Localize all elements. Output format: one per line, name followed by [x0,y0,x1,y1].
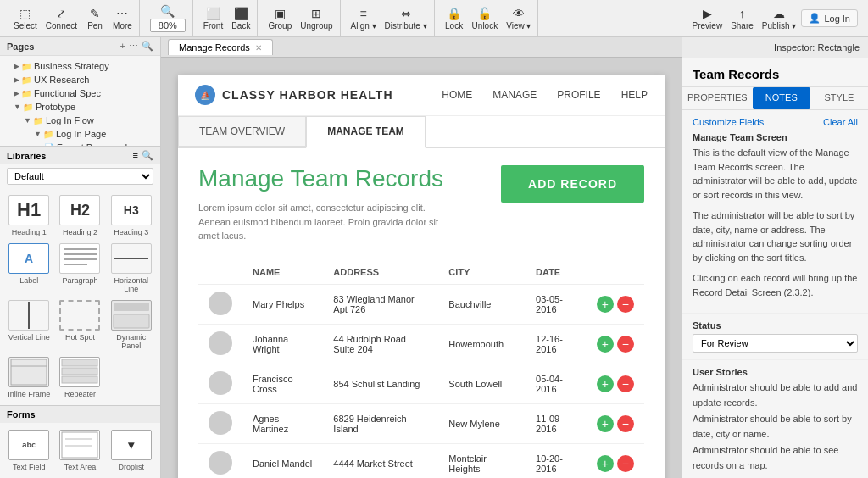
tree-item-business-strategy[interactable]: ▶ 📁 Business Strategy [0,59,160,73]
libraries-select[interactable]: Default [7,168,153,185]
th-actions [587,260,644,285]
lock-button[interactable]: 🔒 Lock [442,5,467,32]
connect-button[interactable]: ⤢ Connect [42,5,81,32]
nav-home[interactable]: HOME [442,86,472,104]
user-stories-section: User Stories Administrator should be abl… [682,360,868,478]
table-header: NAME ADDRESS CITY DATE [198,260,644,285]
tab-style[interactable]: STYLE [810,87,868,109]
panel-links: Customize Fields Clear All [693,117,858,127]
nav-help[interactable]: HELP [621,86,648,104]
page-options-icon[interactable]: ⋯ [129,41,138,52]
publish-button[interactable]: ☁ Publish ▾ [759,5,800,32]
svg-rect-10 [62,359,97,366]
remove-row-button[interactable]: − [617,296,634,313]
form-item-textarea[interactable]: Text Area [58,430,102,471]
group-button[interactable]: ▣ Group [264,5,295,32]
ungroup-button[interactable]: ⊞ Ungroup [297,5,336,32]
tree-item-functional-spec[interactable]: ▶ 📁 Functional Spec [0,86,160,100]
table-header-row: NAME ADDRESS CITY DATE [198,260,644,285]
lib-item-iframe[interactable]: Inline Frame [7,357,51,398]
lib-item-paragraph[interactable]: Paragraph [58,243,102,293]
remove-row-button[interactable]: − [617,336,634,353]
row-avatar-cell [198,324,242,364]
add-row-button[interactable]: + [597,375,614,392]
add-row-button[interactable]: + [597,296,614,313]
libraries-search-icon[interactable]: 🔍 [142,150,153,161]
tab-close-icon[interactable]: ✕ [255,43,262,53]
tab-team-overview[interactable]: TEAM OVERVIEW [178,116,306,147]
lib-item-repeater[interactable]: Repeater [58,357,102,398]
zoom-button[interactable]: 🔍 80% [147,3,189,34]
row-city: Bauchville [438,284,526,324]
add-row-button[interactable]: + [597,415,614,432]
hotspot-label: Hot Spot [65,333,95,342]
add-page-icon[interactable]: + [120,41,125,52]
remove-row-button[interactable]: − [617,375,634,392]
lib-item-hline[interactable]: Horizontal Line [109,243,153,293]
tab-notes[interactable]: NOTES [753,87,810,109]
row-actions: + − [597,336,634,353]
tab-manage-team[interactable]: MANAGE TEAM [306,116,426,148]
table-row[interactable]: Johanna Wright 44 Rudolph Road Suite 204… [198,324,644,364]
lib-item-label[interactable]: A Label [7,243,51,293]
lib-item-h2[interactable]: H2 Heading 2 [58,195,102,236]
table-row[interactable]: Agnes Martinez 6829 Heidenreich Island N… [198,403,644,443]
chevron-down-icon: ▼ [14,103,21,111]
add-row-button[interactable]: + [597,455,614,472]
lib-item-h3[interactable]: H3 Heading 3 [109,195,153,236]
add-record-button[interactable]: ADD RECORD [501,165,644,203]
align-button[interactable]: ≡ Align ▾ [348,5,380,32]
pages-icons: + ⋯ 🔍 [120,41,153,52]
nav-manage[interactable]: MANAGE [492,86,537,104]
front-button[interactable]: ⬜ Front [200,5,226,32]
search-pages-icon[interactable]: 🔍 [142,41,153,52]
form-item-textfield[interactable]: abc Text Field [7,430,51,471]
remove-row-button[interactable]: − [617,455,634,472]
more-button[interactable]: ⋯ More [109,5,136,32]
canvas-wrapper: ⛵ CLASSY HARBOR HEALTH HOME MANAGE PROFI… [161,58,682,478]
lock-icon: 🔒 [447,7,461,20]
tree-item-login-page[interactable]: ▼ 📁 Log In Page [0,127,160,141]
th-city[interactable]: CITY [438,260,526,285]
tree-item-ux-research[interactable]: ▶ 📁 UX Research [0,73,160,86]
row-actions-cell: + − [587,284,644,324]
table-row[interactable]: Daniel Mandel 4444 Market Street Montcla… [198,443,644,478]
form-item-droplist[interactable]: ▾ Droplist [109,430,153,471]
add-row-button[interactable]: + [597,336,614,353]
customize-fields-link[interactable]: Customize Fields [693,117,764,127]
select-icon: ⬚ [19,7,31,20]
view-button[interactable]: 👁 View ▾ [503,5,534,32]
login-button[interactable]: 👤 Log In [801,9,858,27]
toolbar: ⬚ Select ⤢ Connect ✎ Pen ⋯ More 🔍 80% ⬜ … [0,0,868,37]
clear-all-link[interactable]: Clear All [823,117,858,127]
preview-button[interactable]: ▶ Preview [689,5,726,32]
th-address[interactable]: ADDRESS [323,260,438,285]
th-name-label[interactable]: NAME [242,260,323,285]
table-row[interactable]: Mary Phelps 83 Wiegland Manor Apt 726 Ba… [198,284,644,324]
canvas-tab-manage-records[interactable]: Manage Records ✕ [168,39,273,55]
row-actions-cell: + − [587,364,644,403]
unlock-button[interactable]: 🔓 Unlock [469,5,502,32]
row-name: Francisco Cross [242,364,323,403]
distribute-button[interactable]: ⇔ Distribute ▾ [381,5,431,32]
lib-item-hotspot[interactable]: Hot Spot [58,300,102,350]
status-select[interactable]: For Review In Progress Complete [693,334,858,353]
tree-item-login-flow[interactable]: ▼ 📁 Log In Flow [0,114,160,127]
lib-item-h1[interactable]: H1 Heading 1 [7,195,51,236]
th-date[interactable]: DATE [526,260,587,285]
lib-item-vline[interactable]: Vertical Line [7,300,51,350]
remove-row-button[interactable]: − [617,415,634,432]
libraries-menu-icon[interactable]: ≡ [133,150,138,161]
textfield-label: Text Field [13,463,46,471]
share-button[interactable]: ↑ Share [727,5,757,32]
table-row[interactable]: Francisco Cross 854 Schulist Landing Sou… [198,364,644,403]
select-button[interactable]: ⬚ Select [10,5,41,32]
h1-label: Heading 1 [12,228,47,236]
tab-properties[interactable]: PROPERTIES [682,87,753,109]
nav-profile[interactable]: PROFILE [557,86,600,104]
pen-button[interactable]: ✎ Pen [82,5,108,32]
tree-item-prototype[interactable]: ▼ 📁 Prototype [0,100,160,114]
back-button[interactable]: ⬛ Back [228,5,253,32]
lib-item-dynpanel[interactable]: Dynamic Panel [109,300,153,350]
row-city: New Mylene [438,403,526,443]
